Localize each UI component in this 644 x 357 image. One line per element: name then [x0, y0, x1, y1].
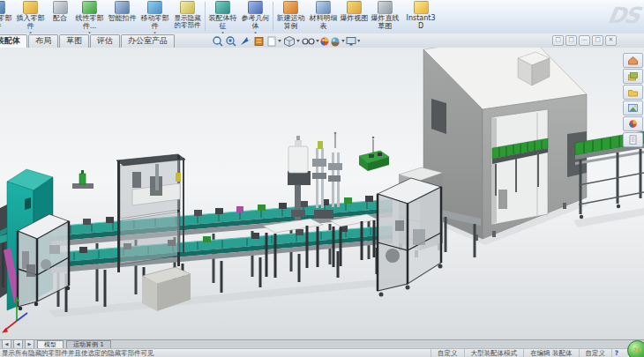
instant3d-icon: [414, 1, 429, 14]
file-explorer-icon[interactable]: [623, 85, 643, 100]
status-hint-text: 显示所有隐藏的零部件并且使选定的隐藏零部件可见: [0, 349, 431, 357]
dock-pane-button-2[interactable]: □: [565, 35, 577, 46]
edit-appearance-icon[interactable]: [321, 38, 329, 46]
appearances-scenes-icon[interactable]: [623, 116, 643, 131]
toolbar-button-assembly-features[interactable]: 装配体特征 ▾: [206, 0, 239, 33]
toolbar-separator: [273, 2, 273, 31]
toolbar-button-explode-line-sketch[interactable]: 爆炸直线草图: [369, 0, 401, 33]
toolbar-button-move-component[interactable]: 移动零部件 ▾: [139, 0, 171, 33]
tab-office-products[interactable]: 办公室产品: [121, 34, 175, 48]
green-fixture[interactable]: [359, 137, 389, 171]
status-custom: 自定义: [579, 349, 612, 357]
toolbar-separator: [205, 2, 206, 31]
status-editing-assembly: 在编辑 装配体: [523, 349, 578, 357]
toolbar-button-edit-component[interactable]: 编辑零部件: [0, 0, 14, 33]
command-manager-tab-row: 装配体 布局 草图 评估 办公室产品: [0, 33, 644, 48]
toolbar-button-exploded-view[interactable]: 爆炸视图: [340, 0, 369, 33]
graphics-viewport[interactable]: [0, 48, 644, 339]
design-library-icon[interactable]: [623, 69, 643, 84]
overlay-badge: 74: [627, 340, 644, 357]
assembly-features-icon: [215, 1, 230, 14]
toolbar-button-instant3d[interactable]: Instant3D: [401, 0, 440, 33]
tab-layout[interactable]: 布局: [28, 34, 58, 48]
command-manager-toolbar: 编辑零部件 插入零部件 ▾ 配合 线性零部件... ▾ 智能扣件 移动零部件 ▾…: [0, 0, 644, 34]
bill-of-materials-icon: [316, 1, 331, 14]
framed-enclosure-mid[interactable]: [378, 178, 443, 297]
toolbar-button-label: 线性零部件...: [74, 15, 106, 30]
move-component-icon: [147, 1, 162, 14]
exploded-view-icon: [347, 1, 362, 14]
green-part-on-platform[interactable]: [72, 170, 94, 189]
solidworks-resources-icon[interactable]: [623, 53, 643, 68]
new-motion-study-icon: [283, 1, 298, 14]
help-icon[interactable]: ?: [611, 349, 621, 357]
toolbar-button-label: 新建运动算例: [275, 15, 307, 30]
task-pane: [623, 53, 643, 147]
minimize-button[interactable]: —: [579, 35, 590, 46]
view-settings-icon[interactable]: [347, 38, 360, 46]
view-palette-icon[interactable]: [623, 100, 643, 115]
toolbar-button-label: 装配体特征: [207, 15, 239, 30]
toolbar-button-new-motion-study[interactable]: 新建运动算例: [274, 0, 307, 33]
linear-pattern-icon: [82, 1, 97, 14]
solidworks-window: 编辑零部件 插入零部件 ▾ 配合 线性零部件... ▾ 智能扣件 移动零部件 ▾…: [0, 0, 644, 357]
apply-scene-icon[interactable]: [332, 38, 346, 47]
tab-sketch[interactable]: 草图: [59, 34, 89, 48]
tab-assembly[interactable]: 装配体: [0, 34, 27, 48]
framed-enclosure-left[interactable]: [18, 214, 70, 310]
explode-line-sketch-icon: [378, 1, 393, 14]
toolbar-button-label: 材料明细表: [308, 15, 340, 30]
toolbar-button-label: 智能扣件: [107, 15, 139, 23]
dassault-systemes-watermark: DS: [606, 3, 641, 28]
toolbar-button-smart-fasteners[interactable]: 智能扣件: [106, 0, 139, 33]
status-bar: 显示所有隐藏的零部件并且使选定的隐藏零部件可见 自定义 大型装配体模式 在编辑 …: [0, 348, 644, 357]
toolbar-button-label: 编辑零部件: [0, 15, 14, 30]
display-style-icon[interactable]: [285, 37, 301, 47]
toolbar-button-label: 配合: [44, 15, 76, 23]
toolbar-button-label: 显示隐藏的零部件: [172, 15, 204, 29]
status-definition-state: 自定义: [431, 349, 464, 357]
toolbar-button-reference-geometry[interactable]: 参考几何体 ▾: [239, 0, 272, 33]
edit-component-icon: [0, 1, 5, 14]
toolbar-button-linear-component-pattern[interactable]: 线性零部件... ▾: [73, 0, 106, 33]
dock-pane-button[interactable]: □: [552, 35, 564, 46]
show-hidden-components-icon: [180, 1, 195, 14]
smart-fasteners-icon: [115, 1, 130, 14]
toolbar-button-label: Instant3D: [405, 15, 437, 30]
toolbar-button-mate[interactable]: 配合: [47, 0, 73, 33]
window-controls: □ □ — □ ✕: [552, 35, 617, 46]
custom-properties-icon[interactable]: [623, 132, 643, 147]
section-view-icon[interactable]: [255, 38, 263, 46]
toolbar-button-bill-of-materials[interactable]: 材料明细表: [307, 0, 340, 33]
restore-button[interactable]: □: [592, 35, 603, 46]
zoom-to-area-icon[interactable]: [227, 37, 236, 46]
view-orientation-icon[interactable]: [268, 37, 281, 46]
assembly-3d-scene[interactable]: [0, 48, 644, 339]
mate-icon: [53, 1, 68, 14]
toolbar-button-label: 爆炸直线草图: [370, 15, 401, 30]
side-opening: [431, 99, 446, 134]
close-button[interactable]: ✕: [605, 35, 617, 46]
tab-evaluate[interactable]: 评估: [90, 34, 120, 48]
toolbar-button-label: 插入零部件: [15, 15, 47, 30]
insert-components-icon: [23, 1, 38, 14]
hide-show-items-icon[interactable]: [303, 39, 319, 44]
previous-view-icon[interactable]: [241, 37, 251, 45]
zoom-to-fit-icon[interactable]: [213, 37, 222, 46]
toolbar-button-label: 爆炸视图: [339, 15, 371, 23]
toolbar-button-insert-components[interactable]: 插入零部件 ▾: [14, 0, 47, 33]
toolbar-button-show-hidden-components[interactable]: 显示隐藏的零部件: [171, 0, 204, 33]
toolbar-button-label: 参考几何体: [240, 15, 272, 30]
front-door-opening[interactable]: [491, 109, 548, 225]
reference-geometry-icon: [248, 1, 263, 14]
command-manager-tabs: 装配体 布局 草图 评估 办公室产品: [0, 34, 176, 48]
status-large-assembly-mode: 大型装配体模式: [464, 349, 524, 357]
toolbar-button-label: 移动零部件: [139, 15, 171, 30]
tower-frame-station[interactable]: [116, 154, 185, 272]
